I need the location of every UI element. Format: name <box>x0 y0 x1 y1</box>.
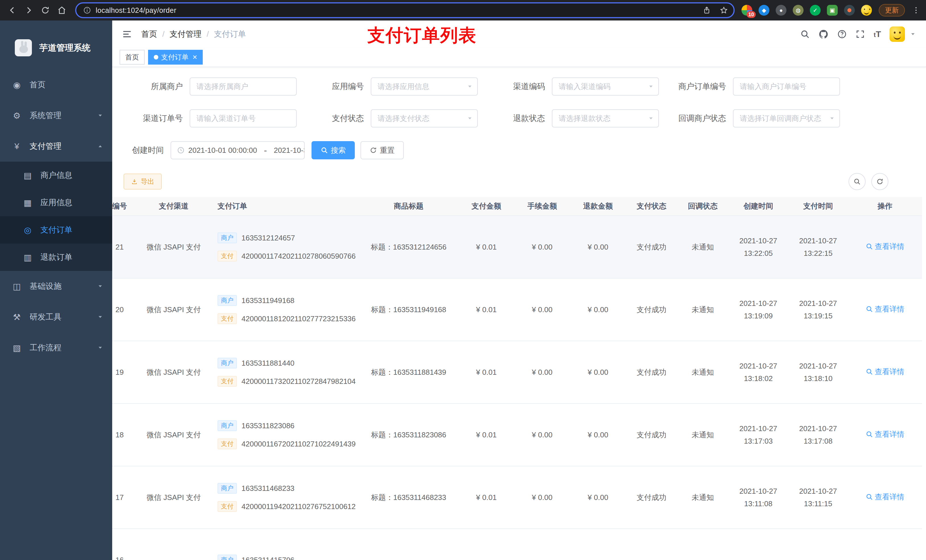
export-button[interactable]: 导出 <box>124 174 162 190</box>
back-button[interactable] <box>5 3 20 18</box>
sidebar-item-pay[interactable]: ¥支付管理 <box>0 131 112 162</box>
filter-select[interactable]: 请选择退款状态 <box>552 109 659 127</box>
filter-input[interactable]: 请输入渠道订单号 <box>190 109 297 127</box>
extension-icon-6[interactable]: ▣ <box>827 5 838 16</box>
action-cell: 查看详情 <box>848 216 922 278</box>
help-icon[interactable] <box>837 29 847 39</box>
update-chrome-button[interactable]: 更新 <box>879 4 905 17</box>
home-button[interactable] <box>54 3 70 18</box>
title-cell: 标题：1635311881439 <box>359 341 458 403</box>
notify-cell: 未通知 <box>677 278 728 341</box>
browser-menu-icon[interactable] <box>912 6 920 15</box>
extension-icon-4[interactable]: ◍ <box>793 5 803 16</box>
sidebar-item-merchant-info[interactable]: ▤商户信息 <box>0 162 112 189</box>
show-search-icon[interactable] <box>849 173 865 190</box>
filter-select[interactable]: 请选择订单回调商户状态 <box>733 109 840 127</box>
merchant-tag: 商户 <box>218 555 237 560</box>
pay-tag: 支付 <box>218 251 237 261</box>
filter-row: 渠道订单号请输入渠道订单号支付状态请选择支付状态退款状态请选择退款状态回调商户状… <box>124 109 926 127</box>
table-row: 17微信 JSAPI 支付商户1635311468233支付4200001194… <box>112 466 922 529</box>
column-header: 创建时间 <box>728 197 788 216</box>
filter-input[interactable]: 请选择所属商户 <box>190 77 297 96</box>
extension-icon-2[interactable]: ◆ <box>758 5 769 16</box>
chevron-down-icon[interactable] <box>910 31 916 37</box>
sidebar-item-pay-order[interactable]: ◎支付订单 <box>0 216 112 244</box>
app-logo[interactable]: 芋道管理系统 <box>0 31 112 65</box>
github-icon[interactable] <box>819 29 829 39</box>
view-detail-link[interactable]: 查看详情 <box>865 428 904 441</box>
sidebar-item-infra[interactable]: ◫基础设施 <box>0 271 112 302</box>
grid-icon: ▦ <box>23 198 32 208</box>
view-detail-link[interactable]: 查看详情 <box>865 240 904 253</box>
sidebar-item-devtools[interactable]: ⚒研发工具 <box>0 302 112 332</box>
close-icon[interactable]: × <box>192 53 197 61</box>
font-size-icon[interactable]: tT <box>874 29 881 39</box>
notify-cell: 未通知 <box>677 466 728 529</box>
view-detail-link[interactable]: 查看详情 <box>865 303 904 315</box>
table-toolbar: 导出 <box>124 173 888 190</box>
sidebar-item-system[interactable]: ⚙系统管理 <box>0 100 112 131</box>
filter-row: 所属商户请选择所属商户应用编号请选择应用信息渠道编码请输入渠道编码商户订单编号请… <box>124 77 926 96</box>
view-detail-link[interactable]: 查看详情 <box>865 491 904 503</box>
filter-group: 所属商户请选择所属商户 <box>124 77 305 96</box>
status-cell: 支付成功 <box>626 216 677 278</box>
profile-avatar[interactable] <box>861 5 872 16</box>
table-row: 21微信 JSAPI 支付商户1635312124657支付4200001174… <box>112 216 922 278</box>
user-avatar[interactable] <box>890 26 905 42</box>
sidebar-item-home[interactable]: ◉首页 <box>0 69 112 100</box>
hamburger-icon[interactable] <box>122 29 132 39</box>
filter-label: 创建时间 <box>124 145 164 155</box>
sidebar-item-workflow[interactable]: ▧工作流程 <box>0 332 112 363</box>
sidebar: 芋道管理系统 ◉首页⚙系统管理¥支付管理▤商户信息▦应用信息◎支付订单▥退款订单… <box>0 21 112 560</box>
status-cell: 支付成功 <box>626 278 677 341</box>
create-time-cell <box>728 529 788 560</box>
forward-button[interactable] <box>21 3 36 18</box>
refund-cell: ¥ 0.00 <box>570 466 626 529</box>
share-icon[interactable] <box>701 4 713 17</box>
date-end: 2021-10-31 23:59:59 <box>274 146 305 155</box>
table-row: 18微信 JSAPI 支付商户1635311823086支付4200001167… <box>112 403 922 466</box>
search-icon[interactable] <box>800 29 810 39</box>
gear-icon: ⚙ <box>12 111 22 121</box>
column-header: 支付状态 <box>626 197 677 216</box>
order-id-cell: 20 <box>112 278 142 341</box>
bookmark-star-icon[interactable] <box>717 4 730 17</box>
view-detail-link[interactable]: 查看详情 <box>865 365 904 378</box>
refresh-icon[interactable] <box>872 173 888 190</box>
chevron-down-icon <box>97 284 103 289</box>
column-header: 退款金额 <box>570 197 626 216</box>
url-bar[interactable]: localhost:1024/pay/order <box>75 2 735 18</box>
breadcrumb-pay-manage[interactable]: 支付管理 <box>170 29 201 39</box>
filter-group: 回调商户状态请选择订单回调商户状态 <box>667 109 848 127</box>
filter-form: 所属商户请选择所属商户应用编号请选择应用信息渠道编码请输入渠道编码商户订单编号请… <box>112 77 926 127</box>
filter-select[interactable]: 请输入渠道编码 <box>552 77 659 96</box>
extension-badge: 10 <box>747 11 756 18</box>
date-range-input[interactable]: 2021-10-01 00:00:00 - 2021-10-31 23:59:5… <box>171 141 305 159</box>
extension-icon-7[interactable] <box>844 5 855 16</box>
search-button[interactable]: 搜索 <box>312 141 355 159</box>
fullscreen-icon[interactable] <box>855 29 865 39</box>
extension-icon-3[interactable]: ● <box>776 5 787 16</box>
column-header: 操作 <box>848 197 922 216</box>
filter-select[interactable]: 请选择应用信息 <box>371 77 478 96</box>
tag-pay-order[interactable]: 支付订单× <box>148 50 203 65</box>
extension-icon-1[interactable]: 10 <box>741 5 752 16</box>
title-cell: 标题：1635311468233 <box>359 466 458 529</box>
sidebar-item-refund-order[interactable]: ▥退款订单 <box>0 244 112 271</box>
sidebar-item-app-info[interactable]: ▦应用信息 <box>0 189 112 216</box>
chevron-down-icon <box>467 84 473 89</box>
pay-order-cell: 商户1635312124657支付42000011742021102780605… <box>205 216 359 278</box>
filter-input[interactable]: 请输入商户订单编号 <box>733 77 840 96</box>
breadcrumb-home[interactable]: 首页 <box>141 29 157 39</box>
title-cell: 标题：1635312124656 <box>359 216 458 278</box>
merchant-tag: 商户 <box>218 420 237 431</box>
info-icon[interactable] <box>83 6 91 14</box>
filter-group: 应用编号请选择应用信息 <box>305 77 486 96</box>
tag-home[interactable]: 首页 <box>120 50 145 65</box>
reset-button[interactable]: 重置 <box>360 141 404 159</box>
extension-icon-5[interactable]: ✓ <box>810 5 821 16</box>
reload-button[interactable] <box>38 3 53 18</box>
filter-select[interactable]: 请选择支付状态 <box>371 109 478 127</box>
table-row: 16商户1635311415796 <box>112 529 922 560</box>
pay-channel-cell: 微信 JSAPI 支付 <box>142 278 205 341</box>
